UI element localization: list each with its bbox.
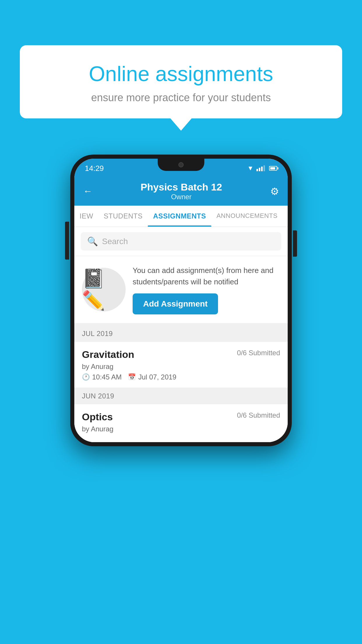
section-jul-2019: JUL 2019 [74, 326, 288, 342]
add-assignment-button[interactable]: Add Assignment [133, 293, 218, 314]
assignment-optics-header: Optics 0/6 Submitted [82, 411, 280, 423]
phone-outer: 14:29 ▼ [70, 155, 292, 446]
assignment-optics-by: by Anurag [82, 425, 280, 433]
speech-bubble-container: Online assignments ensure more practice … [20, 45, 342, 118]
tab-announcements[interactable]: ANNOUNCEMENTS [211, 206, 283, 227]
phone-mockup: 14:29 ▼ [70, 155, 292, 446]
calendar-icon: 📅 [128, 373, 136, 381]
assignment-time: 🕐 10:45 AM [82, 373, 122, 381]
camera-dot [178, 162, 184, 167]
search-container: 🔍 Search [74, 227, 288, 256]
promo-icon-circle: 📓✏️ [82, 268, 126, 312]
assignment-date: 📅 Jul 07, 2019 [128, 373, 176, 381]
phone-notch [158, 159, 204, 171]
wifi-icon: ▼ [247, 164, 254, 172]
promo-content: You can add assignment(s) from here and … [133, 265, 280, 314]
clock-icon: 🕐 [82, 373, 90, 381]
bubble-title: Online assignments [37, 61, 325, 86]
section-jul-label: JUL 2019 [82, 330, 113, 337]
assignment-submitted: 0/6 Submitted [237, 349, 280, 357]
settings-icon[interactable]: ⚙ [270, 186, 279, 197]
search-placeholder: Search [102, 237, 128, 246]
tab-assignments[interactable]: ASSIGNMENTS [148, 206, 211, 227]
app-header: ← Physics Batch 12 Owner ⚙ [74, 176, 288, 206]
search-bar[interactable]: 🔍 Search [81, 232, 281, 251]
section-jun-2019: JUN 2019 [74, 388, 288, 404]
promo-card: 📓✏️ You can add assignment(s) from here … [74, 256, 288, 326]
assignment-item-gravitation[interactable]: Gravitation 0/6 Submitted by Anurag 🕐 10… [74, 342, 288, 388]
assignment-optics-title: Optics [82, 411, 113, 423]
assignment-title: Gravitation [82, 349, 134, 360]
header-title-wrap: Physics Batch 12 Owner [140, 181, 222, 201]
tab-iew[interactable]: IEW [74, 206, 99, 227]
section-jun-label: JUN 2019 [82, 392, 114, 400]
bubble-subtitle: ensure more practice for your students [37, 92, 325, 104]
tabs-container: IEW STUDENTS ASSIGNMENTS ANNOUNCEMENTS [74, 206, 288, 227]
battery-icon [269, 166, 277, 171]
header-subtitle: Owner [140, 193, 222, 201]
speech-bubble: Online assignments ensure more practice … [20, 45, 342, 118]
assignment-optics-submitted: 0/6 Submitted [237, 411, 280, 419]
back-button[interactable]: ← [83, 186, 92, 197]
search-icon: 🔍 [87, 236, 98, 246]
assignment-by: by Anurag [82, 363, 280, 371]
tab-students[interactable]: STUDENTS [99, 206, 148, 227]
assignment-datetime: 🕐 10:45 AM 📅 Jul 07, 2019 [82, 373, 280, 381]
status-icons: ▼ [247, 163, 277, 172]
header-title: Physics Batch 12 [140, 181, 222, 193]
promo-text: You can add assignment(s) from here and … [133, 265, 280, 288]
status-time: 14:29 [85, 162, 104, 173]
assignment-item-optics[interactable]: Optics 0/6 Submitted by Anurag [74, 404, 288, 442]
phone-screen: 14:29 ▼ [74, 159, 288, 442]
signal-icon [256, 165, 265, 171]
notebook-icon: 📓✏️ [82, 268, 126, 312]
assignment-header: Gravitation 0/6 Submitted [82, 349, 280, 360]
